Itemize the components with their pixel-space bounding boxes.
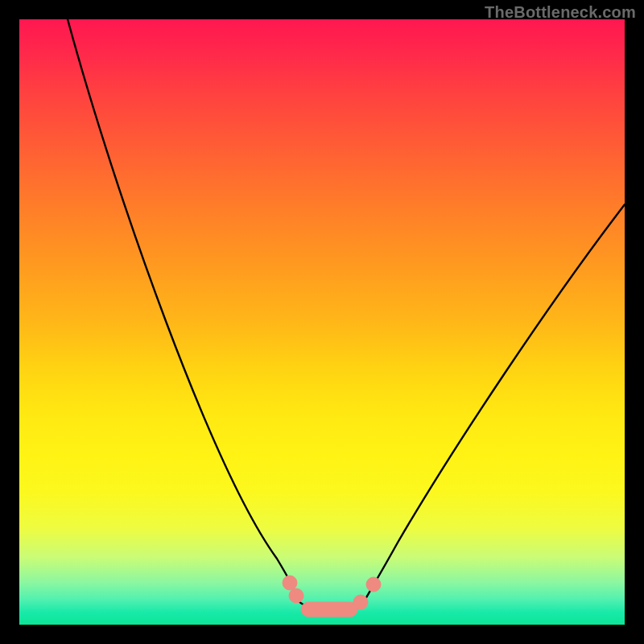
bottleneck-curve	[68, 19, 625, 612]
svg-rect-2	[301, 602, 357, 617]
svg-point-4	[366, 577, 381, 592]
svg-point-3	[353, 595, 368, 609]
plot-area	[19, 19, 625, 625]
curve-layer	[19, 19, 625, 625]
svg-point-1	[289, 588, 303, 603]
watermark-text: TheBottleneck.com	[485, 3, 636, 22]
chart-frame: TheBottleneck.com	[0, 0, 644, 644]
svg-point-0	[283, 576, 297, 590]
